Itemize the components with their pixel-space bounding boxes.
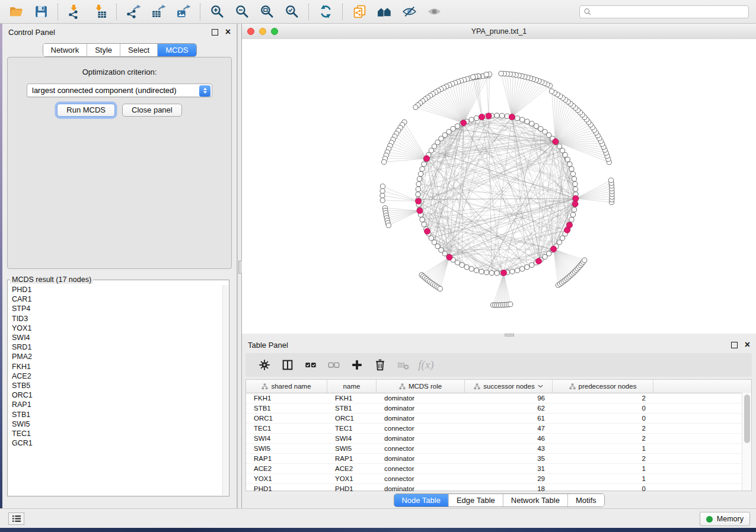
graph-leaf-node[interactable] xyxy=(380,188,385,193)
table-cell[interactable]: 47 xyxy=(465,424,553,433)
table-cell[interactable]: YOX1 xyxy=(246,474,327,483)
table-cell[interactable]: 2 xyxy=(553,454,653,463)
graph-node[interactable] xyxy=(439,248,444,252)
graph-node[interactable] xyxy=(455,260,460,265)
table-cell[interactable]: 0 xyxy=(553,403,653,413)
table-cell[interactable]: SWI5 xyxy=(246,444,327,453)
criterion-dropdown[interactable]: largest connected component (undirected) xyxy=(27,84,212,97)
graph-node[interactable] xyxy=(510,269,515,274)
graph-edge[interactable] xyxy=(428,97,464,123)
table-cell[interactable]: PHD1 xyxy=(246,484,327,493)
table-cell[interactable]: connector xyxy=(377,474,465,483)
graph-node[interactable] xyxy=(557,240,562,245)
open-session-button[interactable] xyxy=(7,2,25,21)
zoom-selected-button[interactable] xyxy=(282,2,301,21)
graph-node[interactable] xyxy=(416,187,420,191)
graph-hub-node[interactable] xyxy=(423,156,429,162)
table-options-button[interactable] xyxy=(253,356,276,374)
graph-leaf-node[interactable] xyxy=(438,286,442,291)
graph-hub-node[interactable] xyxy=(564,227,570,233)
tab-node-table[interactable]: Node Table xyxy=(394,494,448,507)
graph-edge[interactable] xyxy=(486,75,489,116)
graph-hub-node[interactable] xyxy=(535,258,541,264)
graph-leaf-node[interactable] xyxy=(471,75,476,79)
graph-node[interactable] xyxy=(534,124,538,129)
mcds-result-item[interactable]: ORC1 xyxy=(8,390,228,400)
table-cell[interactable]: SWI4 xyxy=(327,434,377,443)
graph-node[interactable] xyxy=(520,267,525,271)
mcds-result-item[interactable]: RAP1 xyxy=(8,400,228,409)
vertical-splitter[interactable] xyxy=(237,24,242,508)
graph-node[interactable] xyxy=(500,113,505,118)
graph-edge[interactable] xyxy=(435,257,449,285)
add-column-button[interactable] xyxy=(345,356,368,374)
tab-network-table[interactable]: Network Table xyxy=(503,494,567,507)
export-network-button[interactable] xyxy=(124,2,143,21)
graph-edge[interactable] xyxy=(473,77,482,117)
mcds-result-item[interactable]: SWI5 xyxy=(8,419,228,429)
mcds-result-item[interactable]: ACE2 xyxy=(8,371,228,381)
save-session-button[interactable] xyxy=(31,2,50,21)
mcds-result-item[interactable]: STB5 xyxy=(8,381,228,390)
table-cell[interactable]: SWI4 xyxy=(246,434,327,443)
graph-node[interactable] xyxy=(560,148,564,153)
graph-hub-node[interactable] xyxy=(551,246,557,252)
graph-node[interactable] xyxy=(420,217,425,222)
graph-node[interactable] xyxy=(515,268,519,273)
mcds-result-item[interactable]: CAR1 xyxy=(8,294,228,304)
graph-node[interactable] xyxy=(560,236,564,241)
graph-node[interactable] xyxy=(484,270,489,275)
table-row[interactable]: SWI5SWI5connector431 xyxy=(246,444,751,454)
graph-edge[interactable] xyxy=(504,73,512,117)
graph-hub-node[interactable] xyxy=(416,198,422,204)
graph-edge[interactable] xyxy=(402,125,426,159)
zoom-in-button[interactable] xyxy=(208,2,227,21)
table-cell[interactable]: dominator xyxy=(377,454,465,463)
graph-node[interactable] xyxy=(547,133,551,137)
graph-node[interactable] xyxy=(569,217,574,222)
table-cell[interactable]: 2 xyxy=(553,434,653,443)
graph-node[interactable] xyxy=(495,271,499,275)
table-cell[interactable]: dominator xyxy=(377,414,465,423)
graph-node[interactable] xyxy=(515,116,519,120)
tab-motifs[interactable]: Motifs xyxy=(567,494,604,507)
table-cell[interactable]: 2 xyxy=(553,393,653,403)
graph-hub-node[interactable] xyxy=(572,201,578,207)
float-panel-icon[interactable] xyxy=(731,342,738,348)
graph-edge[interactable] xyxy=(382,191,418,201)
duplicate-network-button[interactable] xyxy=(350,2,369,21)
graph-node[interactable] xyxy=(567,162,572,166)
table-row[interactable]: STB1STB1dominator620 xyxy=(246,403,751,414)
graph-node[interactable] xyxy=(547,251,551,256)
table-row[interactable]: SWI4SWI4dominator462 xyxy=(246,434,751,444)
graph-edge[interactable] xyxy=(512,82,541,117)
graph-node[interactable] xyxy=(439,136,444,141)
mcds-result-item[interactable]: YOX1 xyxy=(8,323,228,333)
graph-edge[interactable] xyxy=(554,249,575,271)
graph-edge[interactable] xyxy=(556,110,578,142)
tab-network[interactable]: Network xyxy=(43,44,87,56)
graph-edge[interactable] xyxy=(504,273,511,304)
graph-node[interactable] xyxy=(489,271,494,275)
graph-node[interactable] xyxy=(525,265,529,270)
graph-hub-node[interactable] xyxy=(573,196,579,201)
mcds-result-item[interactable]: STP4 xyxy=(8,304,228,313)
graph-node[interactable] xyxy=(529,262,534,267)
graph-node[interactable] xyxy=(451,126,455,131)
graph-node[interactable] xyxy=(520,117,525,122)
graph-node[interactable] xyxy=(469,267,474,271)
table-cell[interactable]: RAP1 xyxy=(327,454,377,463)
graph-node[interactable] xyxy=(572,177,576,181)
column-header-MCDS-role[interactable]: MCDS role xyxy=(377,380,465,393)
graph-node[interactable] xyxy=(460,262,464,267)
delete-column-button[interactable] xyxy=(368,356,391,374)
graph-edge[interactable] xyxy=(384,159,427,162)
graph-edge[interactable] xyxy=(382,187,418,201)
export-table-button[interactable] xyxy=(149,2,168,21)
close-window-icon[interactable] xyxy=(247,28,254,35)
refresh-button[interactable] xyxy=(316,2,335,21)
table-scrollbar[interactable] xyxy=(742,393,751,491)
table-cell[interactable]: dominator xyxy=(377,403,465,413)
graph-edge[interactable] xyxy=(554,249,582,264)
table-cell[interactable]: PHD1 xyxy=(327,484,377,493)
